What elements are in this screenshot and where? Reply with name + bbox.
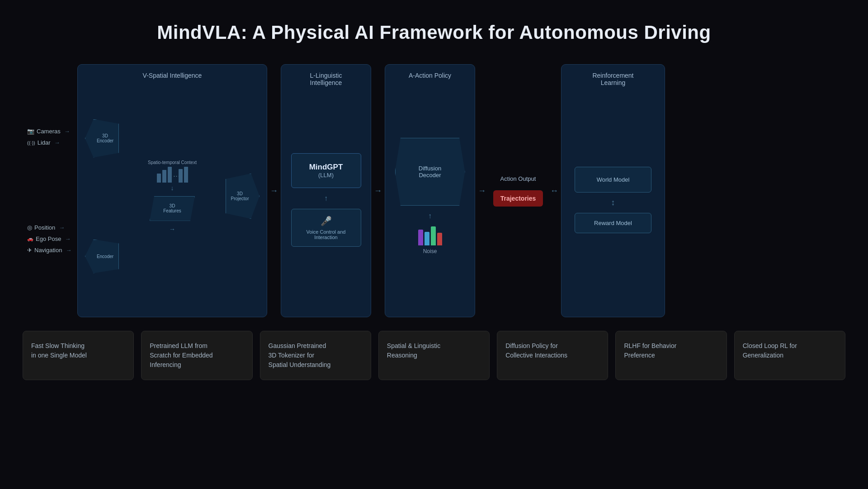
noise-section: Noise xyxy=(418,226,442,254)
action-output-title: Action Output xyxy=(500,175,536,182)
arrow-vspatial-to-linguistic: → xyxy=(270,186,278,196)
noise-bar-2 xyxy=(425,232,429,245)
vspatial-title: V-Spatial Intelligence xyxy=(85,72,259,79)
tbar-1 xyxy=(157,174,161,183)
cameras-label: Cameras xyxy=(37,128,61,135)
features-3d-block: 3DFeatures xyxy=(150,196,195,221)
arrow-action-to-output: → xyxy=(478,186,486,196)
position-icon: ◎ xyxy=(27,224,32,231)
bottom-cards-row: Fast Slow Thinking in one Single Model P… xyxy=(23,331,845,380)
temporal-down-arrow: ↓ xyxy=(171,184,174,192)
diffusion-decoder-label: DiffusionDecoder xyxy=(419,165,441,179)
projector-area: 3DProjector xyxy=(226,83,259,310)
linguistic-title: L-Linguistic Intelligence xyxy=(310,72,342,86)
arrow-cameras: → xyxy=(64,128,70,135)
trajectories-badge: Trajectories xyxy=(493,190,543,207)
arrow-mindgpt-to-voice: ↑ xyxy=(324,194,328,202)
diffusion-decoder-block: DiffusionDecoder xyxy=(395,138,465,206)
bottom-card-0-text: Fast Slow Thinking in one Single Model xyxy=(31,342,87,359)
lidar-input: ((·)) Lidar → xyxy=(27,139,75,146)
vspatial-panel: V-Spatial Intelligence 3DEncoder Encoder… xyxy=(77,64,267,317)
position-input: ◎ Position → xyxy=(27,224,75,231)
egopose-icon: 🚗 xyxy=(27,236,33,242)
action-title: A-Action Policy xyxy=(409,72,451,79)
rl-title: Reinforcement Learning xyxy=(592,72,633,86)
projector-3d-label: 3DProjector xyxy=(231,191,249,201)
rl-panel: Reinforcement Learning World Model ↕ Rew… xyxy=(561,64,665,317)
main-diagram: 📷 Cameras → ((·)) Lidar → ◎ Position → 🚗… xyxy=(23,60,845,322)
action-inner: DiffusionDecoder ↑ Noise xyxy=(392,83,467,310)
voice-block: 🎤 Voice Control and Interaction xyxy=(291,209,361,247)
sensor-inputs: 📷 Cameras → ((·)) Lidar → xyxy=(27,128,75,146)
navigation-input: ✈ Navigation → xyxy=(27,247,75,254)
arrow-navigation: → xyxy=(66,247,71,254)
temporal-bars: … xyxy=(157,167,188,183)
rl-inner: World Model ↕ Reward Model xyxy=(575,90,651,310)
arrow-position: → xyxy=(59,224,65,231)
voice-text: Voice Control and Interaction xyxy=(298,229,354,240)
reward-model-block: Reward Model xyxy=(575,213,651,233)
projector-3d-block: 3DProjector xyxy=(226,174,259,219)
egopose-input: 🚗 Ego Pose → xyxy=(27,235,75,242)
bottom-card-1-text: Pretrained LLM from Scratch for Embedded… xyxy=(150,342,212,368)
linguistic-inner: MindGPT (LLM) ↑ 🎤 Voice Control and Inte… xyxy=(288,90,363,310)
world-model-label: World Model xyxy=(597,176,630,183)
arrow-egopose: → xyxy=(65,235,71,242)
pose-inputs: ◎ Position → 🚗 Ego Pose → ✈ Navigation → xyxy=(27,224,75,254)
world-model-block: World Model xyxy=(575,167,651,193)
bottom-card-3: Spatial & Linguistic Reasoning xyxy=(378,331,490,380)
noise-bar-4 xyxy=(437,233,442,245)
reward-model-label: Reward Model xyxy=(594,220,632,226)
encoder-3d-label: 3DEncoder xyxy=(97,133,113,143)
bottom-card-0: Fast Slow Thinking in one Single Model xyxy=(23,331,134,380)
bottom-card-2: Gaussian Pretrained 3D Tokenizer for Spa… xyxy=(260,331,371,380)
bottom-card-4-text: Diffusion Policy for Collective Interact… xyxy=(505,342,567,359)
action-output-section: Action Output Trajectories xyxy=(489,175,547,207)
page-title: MindVLA: A Physical AI Framework for Aut… xyxy=(157,22,711,43)
arrow-linguistic-to-action: → xyxy=(374,186,382,196)
tbar-4 xyxy=(179,169,183,183)
encoder-label: Encoder xyxy=(97,254,113,259)
spatio-temporal-area: Spatio-temporal Context … ↓ xyxy=(148,160,197,192)
bottom-card-3-text: Spatial & Linguistic Reasoning xyxy=(387,342,440,359)
position-label: Position xyxy=(34,224,55,231)
lidar-label: Lidar xyxy=(38,139,51,146)
encoder-3d-block: 3DEncoder xyxy=(85,119,119,158)
linguistic-panel: L-Linguistic Intelligence MindGPT (LLM) … xyxy=(281,64,371,317)
voice-icon: 🎤 xyxy=(298,216,354,226)
bottom-card-2-text: Gaussian Pretrained 3D Tokenizer for Spa… xyxy=(269,342,331,368)
bottom-card-6: Closed Loop RL for Generalization xyxy=(734,331,845,380)
cameras-input: 📷 Cameras → xyxy=(27,128,75,135)
tbar-3 xyxy=(168,167,172,183)
tbar-2 xyxy=(162,170,166,183)
arrow-output-to-rl: ↔ xyxy=(550,186,558,196)
lidar-icon: ((·)) xyxy=(27,140,35,146)
egopose-label: Ego Pose xyxy=(36,235,61,242)
noise-bars xyxy=(418,226,442,245)
features-down-arrow: → xyxy=(169,226,175,233)
bottom-card-1: Pretrained LLM from Scratch for Embedded… xyxy=(141,331,252,380)
features-3d-label: 3DFeatures xyxy=(163,203,181,213)
noise-bar-1 xyxy=(418,230,423,245)
navigation-label: Navigation xyxy=(34,247,62,254)
action-panel: A-Action Policy DiffusionDecoder ↑ Noise xyxy=(385,64,475,317)
mindgpt-title: MindGPT xyxy=(300,163,353,172)
noise-label: Noise xyxy=(423,248,437,254)
arrow-world-reward: ↕ xyxy=(611,198,615,207)
bottom-card-5: RLHF for Behavior Preference xyxy=(615,331,726,380)
mindgpt-sub: (LLM) xyxy=(300,172,353,179)
encoder-block: Encoder xyxy=(85,240,119,273)
navigation-icon: ✈ xyxy=(27,247,32,254)
bottom-card-4: Diffusion Policy for Collective Interact… xyxy=(497,331,608,380)
bottom-card-6-text: Closed Loop RL for Generalization xyxy=(743,342,797,359)
inputs-column: 📷 Cameras → ((·)) Lidar → ◎ Position → 🚗… xyxy=(23,96,75,286)
tbar-dots: … xyxy=(173,167,177,183)
camera-icon: 📷 xyxy=(27,128,34,135)
arrow-lidar: → xyxy=(54,139,60,146)
mindgpt-block: MindGPT (LLM) xyxy=(291,153,361,188)
tbar-5 xyxy=(184,167,188,183)
bottom-card-5-text: RLHF for Behavior Preference xyxy=(624,342,676,359)
arrow-noise-up: ↑ xyxy=(428,212,432,220)
noise-bar-3 xyxy=(431,226,436,245)
spatio-temporal-label: Spatio-temporal Context xyxy=(148,160,197,165)
